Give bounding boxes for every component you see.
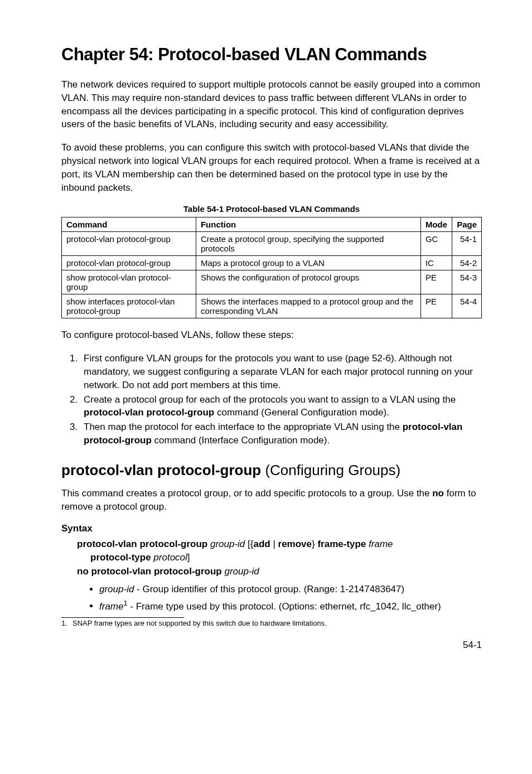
td-command: show interfaces protocol-vlan protocol-g… bbox=[62, 294, 196, 318]
td-command: show protocol-vlan protocol-group bbox=[62, 270, 196, 294]
syntax-line: protocol-vlan protocol-group group-id [{… bbox=[77, 538, 482, 551]
td-page: 54-3 bbox=[452, 270, 482, 294]
syntax-bullets: group-id - Group identifier of this prot… bbox=[88, 583, 482, 613]
footnote: 1.SNAP frame types are not supported by … bbox=[61, 619, 482, 627]
td-page: 54-2 bbox=[452, 256, 482, 270]
chapter-title: Chapter 54: Protocol-based VLAN Commands bbox=[61, 45, 482, 65]
td-function: Maps a protocol group to a VLAN bbox=[196, 256, 420, 270]
th-function: Function bbox=[196, 217, 420, 232]
table-header-row: Command Function Mode Page bbox=[62, 217, 482, 232]
th-mode: Mode bbox=[420, 217, 452, 232]
td-mode: IC bbox=[420, 256, 452, 270]
td-command: protocol-vlan protocol-group bbox=[62, 232, 196, 256]
section-heading-bold: protocol-vlan protocol-group bbox=[61, 462, 261, 478]
page-number: 54-1 bbox=[61, 640, 482, 651]
table-row: show protocol-vlan protocol-group Shows … bbox=[62, 270, 482, 294]
section-description: This command creates a protocol group, o… bbox=[61, 487, 482, 514]
step-item: Then map the protocol for each interface… bbox=[80, 420, 482, 447]
th-page: Page bbox=[452, 217, 482, 232]
td-mode: GC bbox=[420, 232, 452, 256]
syntax-line: no protocol-vlan protocol-group group-id bbox=[77, 565, 482, 578]
step-item: First configure VLAN groups for the prot… bbox=[80, 352, 482, 391]
footnote-rule bbox=[61, 617, 184, 618]
td-mode: PE bbox=[420, 294, 452, 318]
syntax-block: protocol-vlan protocol-group group-id [{… bbox=[77, 538, 482, 578]
td-function: Shows the configuration of protocol grou… bbox=[196, 270, 420, 294]
td-page: 54-4 bbox=[452, 294, 482, 318]
step-item: Create a protocol group for each of the … bbox=[80, 393, 482, 420]
bullet-item: frame1 - Frame type used by this protoco… bbox=[99, 598, 482, 613]
td-function: Create a protocol group, specifying the … bbox=[196, 232, 420, 256]
bullet-item: group-id - Group identifier of this prot… bbox=[99, 583, 482, 596]
steps-intro: To configure protocol-based VLANs, follo… bbox=[61, 328, 482, 342]
table-caption: Table 54-1 Protocol-based VLAN Commands bbox=[61, 204, 482, 214]
td-function: Shows the interfaces mapped to a protoco… bbox=[196, 294, 420, 318]
td-page: 54-1 bbox=[452, 232, 482, 256]
table-row: show interfaces protocol-vlan protocol-g… bbox=[62, 294, 482, 318]
intro-paragraph-1: The network devices required to support … bbox=[61, 78, 482, 131]
table-row: protocol-vlan protocol-group Maps a prot… bbox=[62, 256, 482, 270]
td-mode: PE bbox=[420, 270, 452, 294]
steps-list: First configure VLAN groups for the prot… bbox=[61, 352, 482, 447]
intro-paragraph-2: To avoid these problems, you can configu… bbox=[61, 141, 482, 194]
section-heading: protocol-vlan protocol-group (Configurin… bbox=[61, 462, 482, 479]
section-heading-thin: (Configuring Groups) bbox=[261, 462, 400, 478]
table-row: protocol-vlan protocol-group Create a pr… bbox=[62, 232, 482, 256]
th-command: Command bbox=[62, 217, 196, 232]
commands-table: Command Function Mode Page protocol-vlan… bbox=[61, 217, 482, 318]
footnote-text: SNAP frame types are not supported by th… bbox=[72, 619, 327, 627]
footnote-number: 1. bbox=[61, 619, 72, 627]
syntax-line: protocol-type protocol] bbox=[90, 551, 482, 564]
td-command: protocol-vlan protocol-group bbox=[62, 256, 196, 270]
syntax-label: Syntax bbox=[61, 523, 482, 534]
